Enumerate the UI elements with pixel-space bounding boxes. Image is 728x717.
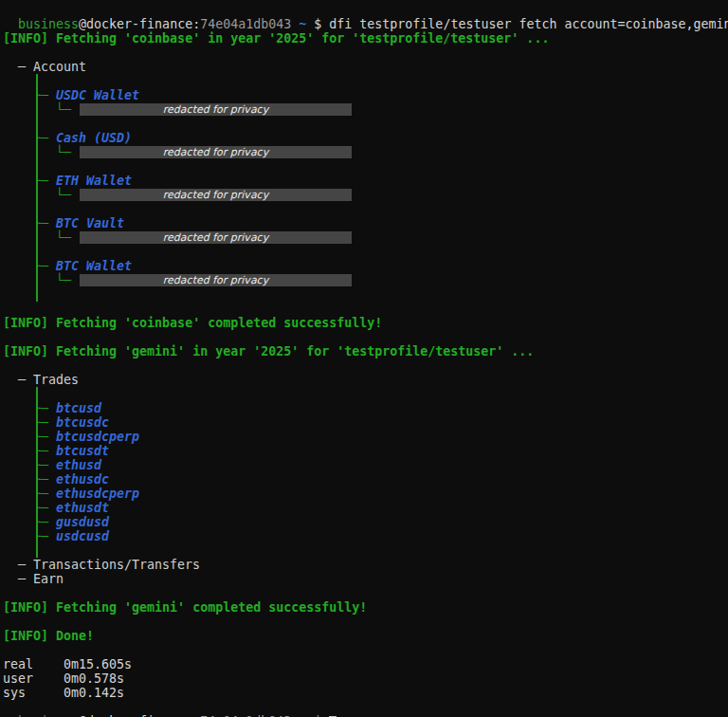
elbow-icon: └─: [56, 188, 71, 202]
wallet-row: ├─BTC Vault: [0, 216, 728, 230]
branch-icon: ├─: [33, 472, 48, 487]
redacted-row: └─redacted for privacy: [0, 102, 728, 117]
info-done: [INFO] Done!: [0, 629, 728, 643]
branch-icon: ├─: [33, 174, 48, 188]
trade-symbol: btcusdt: [56, 444, 109, 458]
dash-glyph: ─: [18, 60, 33, 74]
redacted-bar: redacted for privacy: [80, 274, 352, 286]
elbow-icon: └─: [56, 273, 71, 287]
branch-icon: ├─: [33, 444, 48, 458]
trade-symbol: ethusdcperp: [56, 487, 139, 501]
redacted-bar: redacted for privacy: [80, 231, 352, 244]
trade-row: ├─btcusdt: [0, 444, 728, 458]
timing-value: 0m15.605s: [64, 657, 132, 671]
wallet-label: Cash (USD): [56, 131, 132, 145]
tree-header-earn: ─Earn: [0, 572, 728, 586]
branch-icon: ├─: [33, 259, 48, 273]
timing-value: 0m0.142s: [64, 686, 124, 700]
dash-glyph: ─: [18, 373, 33, 387]
trade-symbol: gusdusd: [56, 515, 109, 529]
timing-label: real: [3, 657, 64, 671]
branch-icon: ├─: [33, 529, 48, 543]
dash-glyph: ─: [18, 558, 33, 572]
wallet-row: ├─BTC Wallet: [0, 259, 728, 273]
trade-row: ├─ethusdt: [0, 501, 728, 515]
info-coinbase-done: [INFO] Fetching 'coinbase' completed suc…: [0, 316, 728, 330]
trade-symbol: ethusd: [56, 458, 101, 472]
trade-row: ├─ethusd: [0, 458, 728, 472]
branch-icon: ├─: [33, 415, 48, 430]
shell-prompt-line[interactable]: business@docker-finance:74e04a1db043 ~ $: [0, 700, 728, 714]
wallet-label: BTC Wallet: [56, 259, 132, 273]
trade-row: ├─ethusdc: [0, 472, 728, 487]
elbow-icon: └─: [56, 102, 71, 117]
wallet-row: ├─ETH Wallet: [0, 174, 728, 188]
redacted-bar: redacted for privacy: [80, 189, 352, 201]
wallet-row: ├─Cash (USD): [0, 131, 728, 145]
trade-symbol: usdcusd: [56, 529, 109, 543]
timing-row: sys0m0.142s: [0, 686, 728, 700]
branch-icon: ├─: [33, 515, 48, 529]
redacted-bar: redacted for privacy: [80, 103, 352, 116]
redacted-row: └─redacted for privacy: [0, 188, 728, 202]
trade-row: ├─btcusdc: [0, 415, 728, 430]
trade-symbol: ethusdc: [56, 472, 109, 487]
timing-row: real0m15.605s: [0, 657, 728, 671]
timing-label: sys: [3, 686, 64, 700]
trade-symbol: btcusdc: [56, 415, 109, 430]
trade-row: ├─ethusdcperp: [0, 487, 728, 501]
info-gemini-done: [INFO] Fetching 'gemini' completed succe…: [0, 600, 728, 615]
account-header-label: Account: [33, 60, 86, 74]
earn-header-label: Earn: [33, 572, 64, 586]
timing-label: user: [3, 671, 64, 686]
wallet-label: USDC Wallet: [56, 88, 139, 102]
elbow-icon: └─: [56, 230, 71, 245]
elbow-icon: └─: [56, 145, 71, 159]
wallet-row: ├─USDC Wallet: [0, 88, 728, 102]
redacted-bar: redacted for privacy: [80, 146, 352, 158]
tree-header-trades: ─Trades: [0, 373, 728, 387]
branch-icon: ├─: [33, 501, 48, 515]
tree-header-account: ─Account: [0, 60, 728, 74]
tree-header-transactions: ─Transactions/Transfers: [0, 558, 728, 572]
trade-row: ├─usdcusd: [0, 529, 728, 543]
timing-value: 0m0.578s: [64, 671, 124, 686]
trade-symbol: ethusdt: [56, 501, 109, 515]
trade-symbol: btcusd: [56, 401, 101, 415]
branch-icon: ├─: [33, 131, 48, 145]
trades-header-label: Trades: [33, 373, 79, 387]
shell-prompt-line: business@docker-finance:74e04a1db043 ~ $…: [0, 3, 728, 17]
info-fetch-gemini: [INFO] Fetching 'gemini' in year '2025' …: [0, 344, 728, 358]
redacted-row: └─redacted for privacy: [0, 230, 728, 245]
branch-icon: ├─: [33, 216, 48, 230]
terminal: { "colors": { "background": "#0d0d0d", "…: [0, 0, 728, 717]
branch-icon: ├─: [33, 88, 48, 102]
trade-row: ├─gusdusd: [0, 515, 728, 529]
timing-row: user0m0.578s: [0, 671, 728, 686]
branch-icon: ├─: [33, 458, 48, 472]
branch-icon: ├─: [33, 487, 48, 501]
info-fetch-coinbase: [INFO] Fetching 'coinbase' in year '2025…: [0, 31, 728, 46]
wallet-label: ETH Wallet: [56, 174, 132, 188]
trade-row: ├─btcusdcperp: [0, 430, 728, 444]
trade-symbol: btcusdcperp: [56, 430, 139, 444]
wallet-label: BTC Vault: [56, 216, 124, 230]
dash-glyph: ─: [18, 572, 33, 586]
account-tree: ├─USDC Wallet └─redacted for privacy ├─C…: [0, 74, 728, 302]
transactions-header-label: Transactions/Transfers: [33, 558, 200, 572]
branch-icon: ├─: [33, 401, 48, 415]
redacted-row: └─redacted for privacy: [0, 145, 728, 159]
redacted-row: └─redacted for privacy: [0, 273, 728, 287]
branch-icon: ├─: [33, 430, 48, 444]
trades-tree: ├─btcusd ├─btcusdc ├─btcusdcperp ├─btcus…: [0, 387, 728, 558]
trade-row: ├─btcusd: [0, 401, 728, 415]
